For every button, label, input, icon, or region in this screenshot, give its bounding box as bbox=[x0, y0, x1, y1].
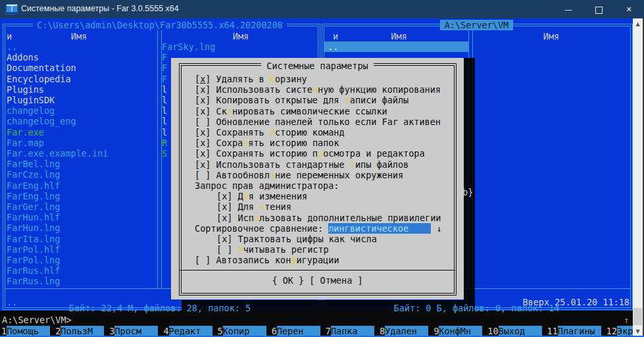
left-col1-header[interactable]: Имя bbox=[0, 31, 158, 42]
maximize-icon bbox=[595, 7, 603, 14]
file-item[interactable]: F bbox=[162, 52, 167, 63]
dialog-button-separator bbox=[180, 270, 455, 271]
left-panel-path[interactable]: C:\Users\admin\Desktop\Far30b5555.x64.20… bbox=[0, 20, 320, 31]
file-item[interactable]: FarHun.hlf bbox=[7, 212, 60, 223]
file-item[interactable]: FarBel.lng bbox=[7, 159, 60, 170]
left-col2-header[interactable]: Имя bbox=[162, 31, 320, 42]
file-item[interactable]: l bbox=[162, 84, 167, 95]
scroll-up-arrow[interactable]: ▲ bbox=[633, 18, 643, 30]
minimize-button[interactable]: — bbox=[553, 0, 583, 18]
far-app-icon bbox=[6, 4, 18, 14]
console-scroll-up-indicator: ↑ bbox=[624, 315, 629, 326]
dialog-checkbox[interactable]: [ ] Учитывать регистр bbox=[216, 244, 329, 255]
file-item[interactable]: .. bbox=[328, 41, 338, 53]
right-col1-header[interactable]: Имя bbox=[326, 31, 472, 42]
file-item[interactable]: FarSky.lng bbox=[162, 41, 215, 53]
dialog-checkbox[interactable]: [x] Удалять в Корзину bbox=[195, 74, 307, 85]
dialog-checkbox[interactable]: [x] Для чтения bbox=[216, 201, 291, 213]
dialog-checkbox[interactable]: [x] Использовать дополнительные привилег… bbox=[216, 213, 441, 224]
right-panel-totals: Байт: 0 Б, файлов: 0, папок: 14 bbox=[322, 303, 632, 314]
file-item[interactable]: l bbox=[162, 127, 167, 138]
command-line-prompt[interactable]: A:\Server\VM> bbox=[2, 315, 72, 326]
file-item[interactable]: S bbox=[162, 148, 167, 159]
file-item[interactable]: R bbox=[162, 138, 167, 149]
titlebar: Системные параметры - Far 3.0.5555 x64 —… bbox=[0, 0, 644, 18]
console-area: C:\Users\admin\Desktop\Far30b5555.x64.20… bbox=[0, 18, 633, 337]
file-item[interactable]: FarCze.lng bbox=[7, 169, 60, 180]
sort-comparison-combobox[interactable]: Сортировочное сравнение: лингвистическое… bbox=[195, 223, 441, 234]
file-item[interactable]: l bbox=[162, 105, 167, 117]
file-item[interactable]: FarEng.hlf bbox=[7, 180, 60, 192]
dialog-buttons: { ОК } [ Отмена ] bbox=[171, 275, 464, 286]
dialog-checkbox[interactable]: [ ] Автообновление переменных окружения bbox=[195, 170, 403, 181]
file-item[interactable]: l bbox=[162, 95, 167, 106]
window-title: Системные параметры - Far 3.0.5555 x64 bbox=[21, 4, 179, 13]
file-item[interactable]: F bbox=[162, 74, 167, 85]
file-item[interactable]: Encyclopedia bbox=[7, 74, 71, 85]
dialog-group-label: Запрос прав администратора: bbox=[195, 180, 339, 192]
file-item[interactable]: changelog_eng bbox=[7, 116, 76, 127]
far-manager-window: Системные параметры - Far 3.0.5555 x64 —… bbox=[0, 0, 644, 337]
system-settings-dialog: Системные параметры [x] Удалять в Корзин… bbox=[171, 58, 464, 299]
combobox-value[interactable]: лингвистическое bbox=[328, 223, 431, 234]
file-item[interactable]: F bbox=[162, 63, 167, 74]
dialog-shadow-right bbox=[464, 58, 475, 300]
combobox-dropdown-icon[interactable]: ↓ bbox=[431, 223, 441, 234]
file-item[interactable]: changelog bbox=[7, 105, 55, 117]
file-item[interactable]: FarHun.lng bbox=[7, 222, 60, 234]
dialog-checkbox[interactable]: [x] Сохранять историю папок bbox=[195, 138, 339, 149]
dialog-checkbox[interactable]: [x] Сканировать символические ссылки bbox=[195, 106, 387, 117]
file-item[interactable]: FarPol.lng bbox=[7, 255, 60, 266]
scrollbar-thumb[interactable] bbox=[633, 308, 642, 325]
dialog-checkbox[interactable]: [x] Копировать открытые для записи файлы bbox=[195, 95, 409, 106]
dialog-checkbox[interactable]: [ ] Автозапись конфигурации bbox=[195, 255, 339, 266]
file-item[interactable]: FarRus.hlf bbox=[7, 265, 60, 276]
file-item[interactable]: Far.exe bbox=[7, 127, 44, 138]
file-item[interactable]: FarIta.lng bbox=[7, 234, 60, 245]
dialog-checkbox[interactable]: [x] Использовать системную функцию копир… bbox=[195, 84, 441, 95]
file-item[interactable]: Plugins bbox=[7, 84, 44, 95]
dialog-checkbox[interactable]: [x] Сохранять историю просмотра и редакт… bbox=[195, 148, 425, 159]
dialog-checkbox[interactable]: [x] Трактовать цифры как числа bbox=[216, 234, 377, 245]
dialog-checkbox[interactable]: [ ] Обновление панелей только если Far а… bbox=[195, 117, 441, 128]
right-panel-path-active[interactable]: A:\Server\VM bbox=[322, 20, 632, 31]
close-button[interactable]: ✕ bbox=[614, 0, 644, 18]
dialog-checkbox[interactable]: [x] Использовать стандартные типы файлов bbox=[195, 159, 409, 170]
file-item[interactable]: l bbox=[162, 116, 167, 127]
file-item[interactable]: FarGer.lng bbox=[7, 201, 60, 213]
cancel-button[interactable]: [ Отмена ] bbox=[309, 275, 362, 286]
file-item[interactable]: Far.map bbox=[7, 138, 44, 149]
maximize-button[interactable] bbox=[583, 0, 614, 18]
file-item[interactable]: Documentation bbox=[7, 63, 76, 74]
dialog-title: Системные параметры bbox=[171, 61, 464, 71]
left-panel-totals: Байт: 22,4 М, файлов: 28, папок: 5 bbox=[0, 303, 320, 314]
file-item[interactable]: .. bbox=[7, 41, 17, 53]
panel-cursor[interactable] bbox=[324, 41, 469, 52]
dialog-checkbox[interactable]: [x] Для изменения bbox=[216, 191, 307, 202]
file-item[interactable]: Far.exe.example.ini bbox=[7, 148, 108, 159]
file-item[interactable]: FarRus.lng bbox=[7, 276, 60, 287]
file-item[interactable]: PluginSDK bbox=[7, 95, 55, 106]
left-panel-column-separator bbox=[157, 25, 162, 288]
file-item[interactable]: FarPol.hlf bbox=[7, 244, 60, 255]
ok-button[interactable]: { ОК } bbox=[272, 275, 304, 286]
right-col2-header[interactable]: Имя bbox=[472, 31, 630, 42]
dialog-checkbox[interactable]: [x] Сохранять историю команд bbox=[195, 127, 345, 138]
window-scrollbar[interactable]: ▲ ▼ bbox=[633, 18, 643, 337]
file-item[interactable]: Addons bbox=[7, 52, 39, 63]
console-bleed-text: b} bbox=[462, 187, 473, 198]
file-item[interactable]: FarEng.lng bbox=[7, 191, 60, 202]
